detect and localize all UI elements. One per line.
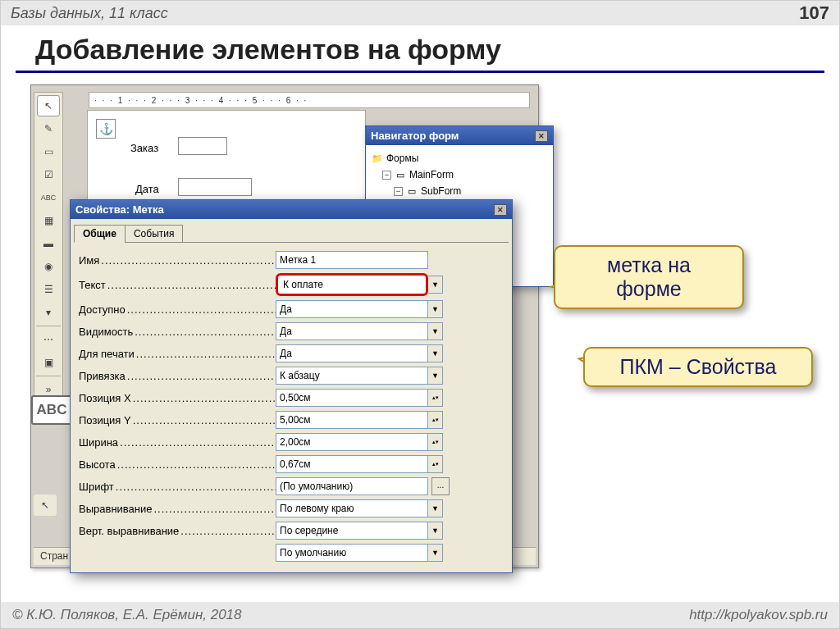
property-row: Ширина▴▾ [79, 433, 504, 451]
property-input[interactable] [276, 544, 428, 562]
design-mode-tool[interactable]: ✎ [37, 118, 60, 139]
property-row: Шрифт... [79, 477, 504, 495]
folder-icon: 📁 [371, 153, 384, 164]
close-icon[interactable]: ✕ [535, 130, 548, 142]
zakaz-field[interactable] [178, 137, 227, 155]
combo-tool[interactable]: ▾ [37, 302, 60, 323]
ellipsis-button[interactable]: ... [431, 477, 450, 495]
wizard-tool[interactable]: ▣ [37, 352, 60, 373]
chevron-down-icon[interactable]: ▼ [428, 522, 443, 540]
property-input[interactable] [276, 433, 428, 451]
property-input[interactable] [276, 273, 428, 296]
tab-events[interactable]: События [125, 225, 184, 243]
property-row: Текст▼ [79, 273, 504, 296]
chevron-down-icon[interactable]: ▼ [428, 322, 443, 340]
tab-general[interactable]: Общие [74, 225, 126, 243]
property-row: Привязка▼ [79, 367, 504, 385]
chevron-down-icon[interactable]: ▼ [428, 300, 443, 318]
spin-buttons[interactable]: ▴▾ [428, 411, 443, 429]
property-label: Выравнивание [79, 503, 276, 515]
property-label: Шрифт [79, 481, 276, 493]
callout-label-on-form: метка на форме [554, 245, 744, 309]
data-field[interactable] [178, 178, 252, 196]
property-label: Высота [79, 458, 276, 471]
label-tool-large[interactable]: ABC [31, 395, 72, 425]
bottom-toolbar: ↖ [34, 494, 57, 517]
pointer2-tool[interactable]: ↖ [34, 495, 57, 516]
tree-root[interactable]: 📁 Формы [369, 150, 550, 166]
property-input[interactable] [276, 411, 428, 429]
page-title: Добавление элементов на форму [1, 25, 839, 71]
chevron-down-icon[interactable]: ▼ [428, 367, 443, 385]
tree-label: MainForm [409, 169, 454, 180]
close-icon[interactable]: ✕ [494, 204, 507, 216]
tree-label: SubForm [421, 185, 461, 197]
chevron-down-icon[interactable]: ▼ [428, 499, 443, 517]
property-label: Верт. выравнивание [79, 525, 276, 537]
form-controls-toolbar: ↖ ✎ ▭ ☑ ABC ▦ ▬ ◉ ☰ ▾ ⋯ ▣ » [34, 92, 63, 403]
property-row: Позиция X▴▾ [79, 389, 504, 407]
property-input[interactable] [276, 322, 428, 340]
property-row: ▼ [79, 544, 504, 562]
spin-buttons[interactable]: ▴▾ [428, 433, 443, 451]
checkbox-tool[interactable]: ☑ [37, 164, 60, 185]
expander-icon[interactable]: − [382, 171, 391, 180]
navigator-titlebar[interactable]: Навигатор форм ✕ [366, 126, 553, 145]
property-row: Позиция Y▴▾ [79, 411, 504, 429]
spin-buttons[interactable]: ▴▾ [428, 389, 443, 407]
listbox-tool[interactable]: ☰ [37, 279, 60, 300]
properties-titlebar[interactable]: Свойства: Метка ✕ [71, 200, 512, 219]
property-label: Имя [79, 254, 276, 267]
chevron-down-icon[interactable]: ▼ [428, 544, 443, 562]
footer-copyright: © К.Ю. Поляков, Е.А. Ерёмин, 2018 [12, 607, 242, 623]
property-label: Позиция X [79, 392, 276, 404]
property-row: Выравнивание▼ [79, 499, 504, 517]
tree-root-label: Формы [386, 153, 418, 164]
tree-item-mainform[interactable]: − ▭ MainForm [369, 166, 550, 183]
horizontal-ruler: · · · 1 · · · 2 · · · 3 · · · 4 · · · 5 … [89, 92, 530, 108]
property-row: Имя [79, 251, 504, 269]
property-label: Ширина [79, 436, 276, 449]
property-row: Видимость▼ [79, 322, 504, 340]
navigator-title: Навигатор форм [371, 130, 459, 142]
property-row: Для печати▼ [79, 344, 504, 362]
property-input[interactable] [276, 477, 428, 495]
tree-item-subform[interactable]: − ▭ SubForm [369, 183, 550, 199]
pointer-tool[interactable]: ↖ [37, 95, 60, 116]
properties-dialog[interactable]: Свойства: Метка ✕ Общие События ИмяТекст… [70, 199, 513, 573]
form-tool[interactable]: ▭ [37, 141, 60, 162]
chevron-down-icon[interactable]: ▼ [428, 276, 443, 294]
property-row: Верт. выравнивание▼ [79, 522, 504, 540]
form-icon: ▭ [405, 185, 418, 197]
formatted-field-tool[interactable]: ▦ [37, 210, 60, 231]
property-input[interactable] [276, 300, 428, 318]
page-number: 107 [799, 2, 829, 24]
property-input[interactable] [276, 251, 428, 269]
property-label: Привязка [79, 370, 276, 382]
property-label: Видимость [79, 326, 276, 338]
option-button-tool[interactable]: ◉ [37, 256, 60, 277]
property-label: Позиция Y [79, 414, 276, 426]
title-underline [16, 71, 824, 73]
properties-grid: ИмяТекст▼Доступно▼Видимость▼Для печати▼П… [74, 243, 509, 569]
slide-footer: © К.Ю. Поляков, Е.А. Ерёмин, 2018 http:/… [1, 602, 839, 628]
property-row: Высота▴▾ [79, 455, 504, 473]
chevron-down-icon[interactable]: ▼ [428, 344, 443, 362]
expander-icon[interactable]: − [394, 187, 403, 196]
property-input[interactable] [276, 499, 428, 517]
property-input[interactable] [276, 389, 428, 407]
property-row: Доступно▼ [79, 300, 504, 318]
data-label: Дата [135, 183, 159, 195]
callout-rmb-properties: ПКМ – Свойства [583, 347, 813, 387]
pushbutton-tool[interactable]: ▬ [37, 233, 60, 254]
course-label: Базы данных, 11 класс [11, 5, 168, 22]
property-input[interactable] [276, 367, 428, 385]
more-controls-tool[interactable]: ⋯ [37, 329, 60, 350]
property-input[interactable] [276, 344, 428, 362]
property-input[interactable] [276, 455, 428, 473]
textbox-tool[interactable]: ABC [37, 187, 60, 208]
properties-tabs: Общие События [74, 224, 509, 243]
slide-header: Базы данных, 11 класс 107 [1, 1, 839, 25]
spin-buttons[interactable]: ▴▾ [428, 455, 443, 473]
property-input[interactable] [276, 522, 428, 540]
